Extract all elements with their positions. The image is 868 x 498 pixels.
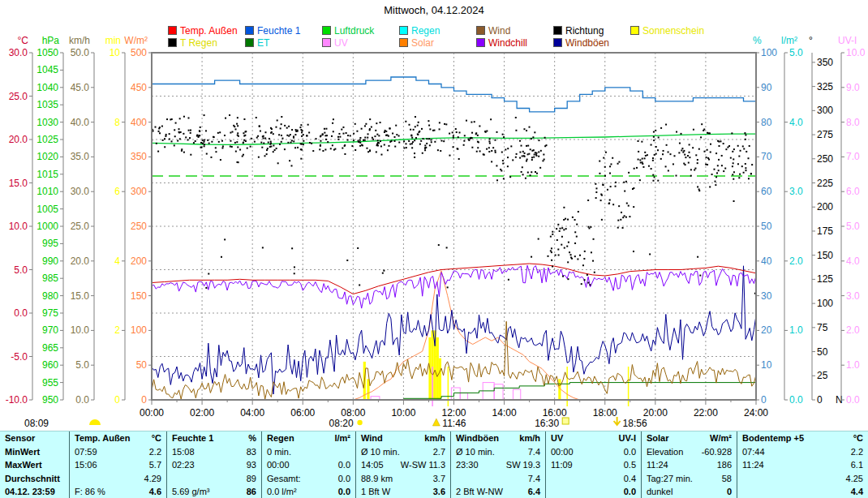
svg-text:14:00: 14:00 (492, 407, 517, 419)
svg-text:08:09: 08:09 (24, 418, 49, 429)
svg-text:04:00: 04:00 (240, 407, 264, 419)
table-row: MaxWert (0, 458, 69, 472)
cell-info: dunkel (647, 485, 672, 498)
cell-value: 2.2 (851, 445, 863, 459)
cell-value: 0.0 (338, 458, 350, 472)
table-row: Windkm/h (356, 431, 450, 445)
table-row: Regenl/m² (262, 431, 355, 445)
svg-text:8: 8 (114, 117, 120, 128)
rain-axis: l/m²5.04.03.02.01.00.0 (781, 35, 803, 406)
table-row: 04.12. 23:59 (0, 485, 69, 498)
svg-text:8.0: 8.0 (846, 117, 860, 128)
cell-value: 186 (717, 458, 732, 472)
svg-text:2.0: 2.0 (846, 324, 860, 336)
svg-text:50: 50 (817, 346, 828, 358)
table-row: 4.29 (70, 472, 166, 486)
cell-value: 0.5 (624, 458, 636, 472)
svg-text:30.0: 30.0 (9, 47, 28, 58)
svg-text:15.0: 15.0 (9, 178, 28, 189)
svg-text:400: 400 (131, 117, 147, 128)
svg-text:1025: 1025 (37, 134, 58, 145)
table-row: 07:442.2 (737, 445, 868, 459)
cell-info: 2 Bft W-NW (456, 485, 503, 498)
gridlines (152, 53, 756, 400)
svg-text:10: 10 (110, 47, 121, 58)
svg-text:18:00: 18:00 (593, 407, 617, 419)
row-label: MaxWert (5, 458, 42, 472)
cell-value: 0.0 (338, 485, 350, 498)
table-group-humidity: Feuchte 1%15:088302:2393895.69 g/m³86 (166, 431, 261, 498)
cell-info: 00:00 (551, 445, 574, 459)
svg-text:1040: 1040 (37, 82, 58, 93)
cell-value: 0.4 (624, 472, 636, 486)
table-row: 11:24186 (642, 458, 737, 472)
cell-value: 3.7 (433, 472, 445, 486)
svg-text:100: 100 (131, 324, 147, 336)
svg-text:24:00: 24:00 (744, 407, 768, 419)
svg-text:-5.0: -5.0 (11, 351, 28, 363)
svg-text:75: 75 (817, 322, 828, 333)
table-row: 0.0 l/m²0.0 (262, 485, 355, 498)
cell-info: Gesamt: (267, 472, 301, 486)
svg-text:20.0: 20.0 (9, 134, 28, 145)
direction-axis: °350325300275250225200175150125100755025… (809, 35, 843, 406)
table-row: 11:090.5 (546, 458, 641, 472)
svg-text:1050: 1050 (37, 47, 58, 58)
cell-info: 00:00 (267, 458, 290, 472)
svg-text:20: 20 (761, 324, 772, 336)
column-header: Bodentemp +5 (742, 431, 804, 445)
column-header: Wind (361, 431, 383, 445)
table-row: 1 Bft W3.6 (356, 485, 450, 498)
cell-value: 4.6 (149, 485, 161, 498)
cell-value: -60.928 (702, 445, 732, 459)
svg-text:225: 225 (817, 178, 833, 189)
cell-value: 2.7 (433, 445, 445, 459)
cell-value: 0 (727, 485, 732, 498)
svg-text:08:20: 08:20 (329, 418, 354, 429)
table-row: 23:30SW 19.3 (451, 458, 545, 472)
solar-axis: W/m²500450400350300250200150100500 (124, 35, 152, 406)
cell-info: 02:23 (172, 458, 195, 472)
svg-text:975: 975 (42, 307, 58, 319)
svg-text:985: 985 (42, 273, 58, 284)
svg-text:0.0: 0.0 (75, 394, 89, 406)
svg-text:0.0: 0.0 (789, 394, 803, 406)
table-row: 0.4 (546, 472, 641, 486)
svg-text:10.0: 10.0 (9, 221, 28, 232)
cell-value: 4.4 (851, 485, 863, 498)
svg-text:10.0: 10.0 (71, 324, 90, 336)
cell-info: Tag:27 min. (647, 472, 693, 486)
svg-text:965: 965 (42, 342, 58, 354)
column-unit: km/h (424, 431, 445, 445)
svg-text:18:56: 18:56 (623, 418, 647, 429)
uvi-axis: UV-I10.09.08.07.06.05.04.03.02.01.00.0 (838, 35, 866, 406)
svg-text:°: ° (809, 35, 813, 46)
table-row: Sensor (0, 431, 69, 445)
cell-value: 0.0 (624, 485, 636, 498)
svg-text:0.0: 0.0 (14, 307, 28, 319)
svg-text:10.0: 10.0 (846, 47, 866, 58)
table-row: 00:000.0 (546, 445, 641, 459)
svg-text:4.0: 4.0 (789, 117, 803, 128)
cell-info: 11:24 (742, 458, 764, 472)
column-unit: W/m² (710, 431, 732, 445)
svg-text:950: 950 (42, 394, 58, 406)
cell-info: 15:08 (172, 445, 195, 459)
table-group-soiltemp: Bodentemp +5°C07:442.211:246.14.254.4 (737, 431, 868, 498)
series-solar (353, 271, 579, 400)
column-header: Temp. Außen (75, 431, 130, 445)
row-label: Durchschnitt (5, 472, 60, 486)
row-label: Sensor (5, 431, 35, 445)
svg-text:1010: 1010 (37, 186, 58, 197)
svg-text:0.0: 0.0 (846, 394, 860, 406)
cell-info: Elevation (647, 445, 683, 459)
svg-text:16:00: 16:00 (543, 407, 567, 419)
svg-text:4.0: 4.0 (846, 255, 860, 267)
series-et (403, 383, 756, 399)
cell-value: 0.0 (624, 445, 636, 459)
svg-text:200: 200 (817, 201, 833, 213)
weather-chart: °C30.025.020.015.010.05.00.0-5.0-10.0hPa… (0, 0, 868, 430)
svg-text:300: 300 (817, 105, 833, 116)
table-row: Temp. Außen°C (70, 431, 166, 445)
cell-info: 23:30 (456, 458, 479, 472)
